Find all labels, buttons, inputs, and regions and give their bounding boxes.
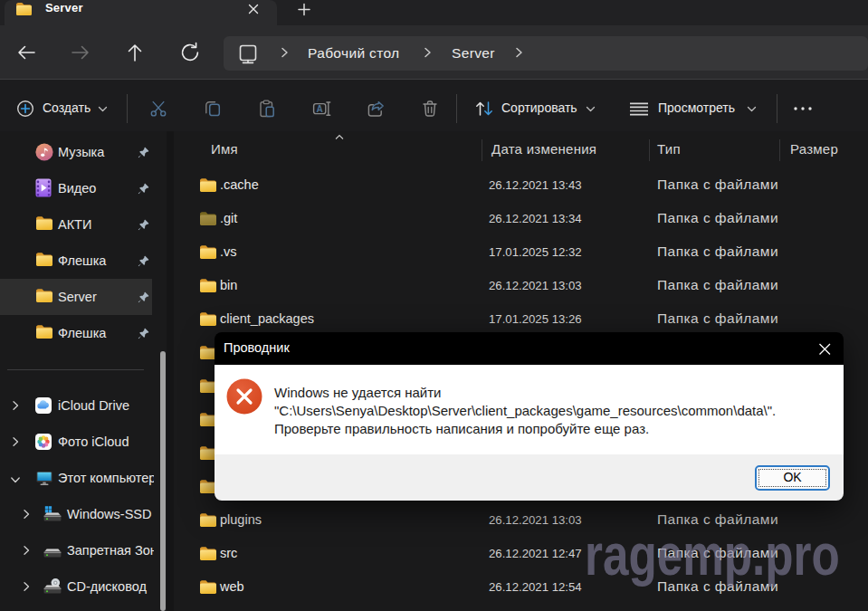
svg-text:A: A <box>317 104 323 114</box>
